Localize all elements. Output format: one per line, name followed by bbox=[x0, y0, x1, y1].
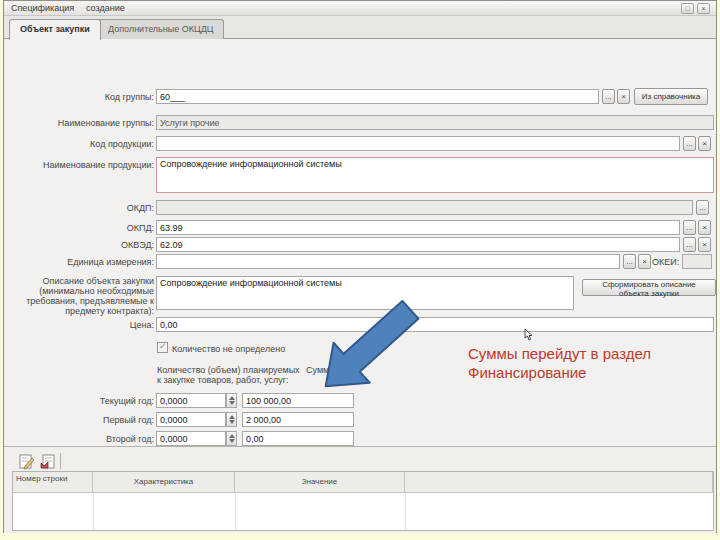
current-year-label: Текущий год: bbox=[12, 396, 154, 406]
characteristics-panel: Номер строки Характеристика Значение bbox=[4, 446, 716, 533]
quantity-column-header: Количество (объем) планируемых к закупке… bbox=[157, 365, 302, 385]
column-header-characteristic[interactable]: Характеристика bbox=[93, 472, 235, 493]
specification-window: Спецификация создание □ × Объект закупки… bbox=[3, 0, 717, 533]
spinner-up-icon[interactable] bbox=[229, 396, 235, 400]
table-column-divider bbox=[405, 493, 406, 530]
second-year-qty-spinner[interactable] bbox=[226, 431, 237, 446]
second-year-qty-input[interactable] bbox=[156, 431, 226, 446]
from-directory-button[interactable]: Из справочника bbox=[634, 88, 708, 105]
tab-additional-okcdc[interactable]: Дополнительные ОКЦДЦ bbox=[97, 19, 224, 39]
okved-label: ОКВЭД: bbox=[12, 240, 154, 250]
tab-bar: Объект закупки Дополнительные ОКЦДЦ bbox=[4, 16, 716, 39]
edit-characteristic-icon[interactable] bbox=[18, 453, 35, 470]
current-year-qty-input[interactable] bbox=[156, 393, 226, 408]
price-label: Цена: bbox=[12, 320, 154, 330]
price-input[interactable] bbox=[156, 317, 714, 332]
description-textarea[interactable]: Сопровождение информационной системы bbox=[156, 276, 574, 310]
okdp-lookup-button[interactable]: ... bbox=[696, 200, 709, 215]
annotation-line-2: Финансирование bbox=[468, 363, 651, 382]
unit-label: Единица измерения: bbox=[12, 257, 154, 267]
unit-clear-button[interactable]: × bbox=[638, 254, 651, 269]
product-code-lookup-button[interactable]: ... bbox=[683, 136, 696, 151]
unit-lookup-button[interactable]: ... bbox=[623, 254, 636, 269]
okpd-input[interactable] bbox=[156, 220, 680, 235]
first-year-qty-spinner[interactable] bbox=[226, 412, 237, 427]
tab-purchase-object[interactable]: Объект закупки bbox=[9, 19, 101, 40]
column-header-value[interactable]: Значение bbox=[235, 472, 405, 493]
restore-window-button[interactable]: □ bbox=[681, 3, 694, 14]
mouse-cursor-icon bbox=[524, 328, 533, 341]
okei-input bbox=[682, 254, 712, 269]
first-year-qty-input[interactable] bbox=[156, 412, 226, 427]
table-column-divider bbox=[93, 493, 94, 530]
annotation-line-1: Суммы перейдут в раздел bbox=[468, 344, 651, 363]
group-name-input bbox=[156, 115, 714, 130]
product-code-input[interactable] bbox=[156, 136, 680, 151]
group-name-label: Наименование группы: bbox=[12, 118, 154, 128]
okdp-label: ОКДП: bbox=[12, 203, 154, 213]
close-window-button[interactable]: × bbox=[697, 3, 710, 14]
column-header-row-number[interactable]: Номер строки bbox=[13, 472, 93, 493]
okdp-input bbox=[156, 200, 693, 215]
spinner-up-icon[interactable] bbox=[229, 434, 235, 438]
slide-background-strip bbox=[0, 534, 720, 540]
spinner-down-icon[interactable] bbox=[229, 401, 235, 405]
menu-create[interactable]: создание bbox=[86, 1, 125, 16]
quantity-undefined-checkbox[interactable] bbox=[157, 342, 168, 353]
spinner-down-icon[interactable] bbox=[229, 439, 235, 443]
group-code-label: Код группы: bbox=[12, 92, 154, 102]
description-label: Описание объекта закупки (минимально нео… bbox=[12, 276, 154, 316]
group-code-clear-button[interactable]: × bbox=[617, 89, 630, 104]
product-name-label: Наименование продукции: bbox=[12, 160, 154, 170]
okpd-clear-button[interactable]: × bbox=[698, 220, 711, 235]
first-year-sum-input[interactable] bbox=[242, 412, 354, 427]
okei-label: ОКЕИ: bbox=[652, 257, 680, 267]
product-code-clear-button[interactable]: × bbox=[698, 136, 711, 151]
group-code-input[interactable] bbox=[156, 89, 599, 104]
table-column-divider bbox=[235, 493, 236, 530]
toolbar-separator bbox=[60, 453, 61, 469]
column-header-empty bbox=[405, 472, 713, 493]
product-code-label: Код продукции: bbox=[12, 139, 154, 149]
spinner-down-icon[interactable] bbox=[229, 420, 235, 424]
second-year-label: Второй год: bbox=[12, 434, 154, 444]
okpd-label: ОКПД: bbox=[12, 223, 154, 233]
copy-characteristic-icon[interactable] bbox=[39, 453, 56, 470]
annotation-text: Суммы перейдут в раздел Финансирование bbox=[468, 344, 651, 382]
spinner-up-icon[interactable] bbox=[229, 415, 235, 419]
product-name-textarea[interactable]: Сопровождение информационной системы bbox=[156, 157, 714, 193]
first-year-label: Первый год: bbox=[12, 415, 154, 425]
current-year-qty-spinner[interactable] bbox=[226, 393, 237, 408]
generate-description-button[interactable]: Сформировать описание объекта закупки bbox=[582, 279, 716, 296]
okpd-lookup-button[interactable]: ... bbox=[683, 220, 696, 235]
title-bar: Спецификация создание □ × bbox=[4, 1, 716, 16]
group-code-lookup-button[interactable]: ... bbox=[602, 89, 615, 104]
menu-specification[interactable]: Спецификация bbox=[11, 1, 74, 16]
unit-input[interactable] bbox=[156, 254, 620, 269]
okved-clear-button[interactable]: × bbox=[698, 237, 711, 252]
okved-lookup-button[interactable]: ... bbox=[683, 237, 696, 252]
characteristics-table: Номер строки Характеристика Значение bbox=[12, 471, 714, 531]
okved-input[interactable] bbox=[156, 237, 680, 252]
second-year-sum-input[interactable] bbox=[242, 431, 354, 446]
